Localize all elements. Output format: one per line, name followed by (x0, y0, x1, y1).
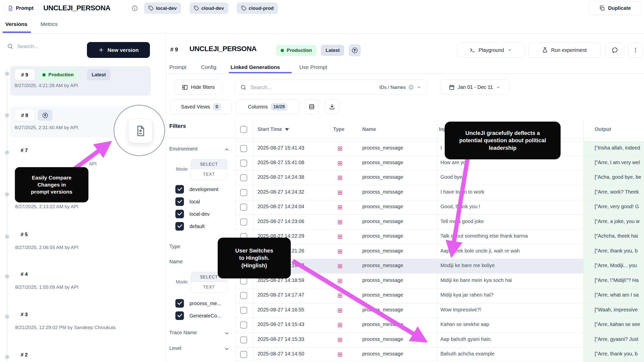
mode-label: Mode: (176, 279, 188, 285)
col-header-output[interactable]: Output (595, 126, 611, 132)
checkbox-checked[interactable] (175, 197, 184, 206)
export-button[interactable] (325, 99, 339, 114)
mode-text-option[interactable]: TEXT (191, 282, 227, 292)
table-row[interactable]: 2025-08-27 14:17:47 process_message Midi… (236, 288, 644, 303)
row-checkbox[interactable] (240, 219, 247, 226)
checkbox-checked[interactable] (175, 222, 184, 231)
version-item-4[interactable]: # 4 (21, 271, 28, 277)
generations-search[interactable]: IDs / Names (235, 80, 427, 95)
generation-type-icon (337, 337, 343, 343)
tab-versions[interactable]: Versions (5, 21, 27, 27)
env-option-default[interactable]: default (175, 222, 205, 231)
table-row[interactable]: 2025-08-27 15:41:43 process_message I ["… (236, 141, 644, 156)
duplicate-button[interactable]: Duplicate (589, 2, 641, 15)
environment-mode-toggle[interactable]: SELECT TEXT (191, 159, 227, 180)
row-checkbox[interactable] (240, 336, 247, 343)
col-header-name[interactable]: Name (362, 126, 376, 132)
new-version-button[interactable]: New version (87, 42, 150, 58)
row-checkbox[interactable] (240, 292, 247, 299)
tab-prompt[interactable]: Prompt (169, 64, 186, 70)
tab-linked-generations[interactable]: Linked Generations (231, 64, 280, 70)
table-row[interactable]: 2025-08-27 14:22:29 process_message Talk… (236, 229, 644, 244)
columns-label: Columns (248, 104, 268, 110)
col-header-start-time[interactable]: Start Time (257, 126, 289, 132)
version-item-3[interactable]: # 3 (21, 312, 28, 317)
table-row[interactable]: 2025-08-27 15:41:08 process_message How … (236, 156, 644, 171)
chevron-down-icon[interactable] (224, 346, 230, 352)
env-option-local-dev[interactable]: local-dev (175, 210, 210, 218)
checkbox-checked[interactable] (175, 311, 184, 320)
info-icon[interactable] (132, 5, 138, 12)
version-item-5[interactable]: # 5 (21, 232, 28, 237)
version-date: 8/27/2025, 4:21:28 AM by API (15, 83, 78, 88)
row-checkbox[interactable] (240, 189, 247, 196)
chevron-down-icon[interactable] (224, 330, 230, 336)
version-item-2[interactable]: # 2 (21, 352, 28, 358)
version-item-9[interactable]: # 9 Production Latest 8/27/2025, 4:21:28… (10, 66, 151, 96)
tag-cloud-dev[interactable]: cloud-dev (189, 3, 228, 14)
compare-versions-spotlight-circle (114, 105, 165, 156)
tab-metrics[interactable]: Metrics (41, 21, 58, 27)
select-all-checkbox[interactable] (240, 126, 247, 133)
date-range-button[interactable]: Jan 01 - Dec 11 (440, 80, 509, 95)
hide-filters-button[interactable]: Hide filters (174, 80, 222, 95)
version-item-7[interactable]: # 7 (21, 148, 28, 153)
table-row-highlighted[interactable]: 2025-08-27 14:19:57 process_message Modi… (236, 259, 644, 274)
row-checkbox[interactable] (240, 160, 247, 167)
comments-button[interactable] (605, 42, 624, 58)
more-options-button[interactable] (628, 42, 643, 58)
tab-use-prompt[interactable]: Use Prompt (299, 64, 327, 70)
search-scope-dropdown[interactable]: IDs / Names (379, 85, 421, 90)
table-row[interactable]: 2025-08-27 14:23:06 process_message Tell… (236, 215, 644, 230)
table-row[interactable]: 2025-08-27 14:21:26 process_message Aap … (236, 244, 644, 259)
mode-select-option[interactable]: SELECT (191, 159, 227, 169)
columns-button[interactable]: Columns 16/29 (236, 99, 299, 114)
chevron-up-icon[interactable] (224, 147, 230, 153)
table-row[interactable]: 2025-08-27 14:24:32 process_message I ha… (236, 185, 644, 200)
row-checkbox[interactable] (240, 277, 247, 284)
filter-environment-header[interactable]: Environment (169, 146, 198, 152)
version-search[interactable] (7, 43, 70, 49)
table-row[interactable]: 2025-08-27 14:18:59 process_message Midi… (236, 274, 644, 288)
saved-views-button[interactable]: Saved Views 0 (170, 99, 232, 114)
run-experiment-button[interactable]: Run experiment (528, 42, 601, 58)
table-row[interactable]: 2025-08-27 14:15:33 process_message Aap … (236, 333, 644, 347)
row-checkbox[interactable] (240, 174, 247, 181)
search-icon (240, 84, 246, 90)
row-checkbox[interactable] (240, 307, 247, 314)
deploy-status-badge[interactable] (349, 44, 361, 56)
checkbox-checked[interactable] (175, 185, 184, 194)
row-height-button[interactable] (305, 99, 319, 114)
filter-trace-name-header[interactable]: Trace Name (169, 330, 197, 336)
table-row[interactable]: 2025-08-27 14:24:38 process_message Good… (236, 170, 644, 185)
tag-local-dev[interactable]: local-dev (144, 3, 181, 14)
name-option-process-message[interactable]: process_me... (175, 299, 221, 308)
playground-button[interactable]: Playground (457, 42, 525, 58)
filter-name-header[interactable]: Name (169, 259, 183, 265)
row-checkbox[interactable] (240, 204, 247, 211)
row-checkbox[interactable] (240, 351, 247, 358)
row-checkbox[interactable] (240, 321, 247, 329)
checkbox-checked[interactable] (175, 210, 184, 218)
prompt-title: UNCLEJI_PERSONA (43, 4, 110, 12)
table-row[interactable]: 2025-08-27 14:24:04 process_message Good… (236, 200, 644, 215)
env-option-local[interactable]: local (175, 197, 200, 206)
filter-type-header[interactable]: Type (169, 244, 180, 249)
table-row[interactable]: 2025-08-27 14:15:43 process_message Kaha… (236, 318, 644, 333)
env-option-development[interactable]: development (175, 185, 218, 194)
col-header-type[interactable]: Type (333, 126, 344, 132)
name-option-generateco[interactable]: GenerateCo... (175, 311, 221, 320)
generation-type-icon (337, 322, 343, 329)
table-row[interactable]: 2025-08-27 14:14:50 process_message Bahu… (236, 347, 644, 362)
checkbox-checked[interactable] (175, 299, 184, 308)
version-search-input[interactable] (17, 43, 70, 49)
mode-text-option[interactable]: TEXT (191, 169, 227, 179)
filter-level-header[interactable]: Level (169, 345, 181, 351)
table-row[interactable]: 2025-08-27 14:16:55 process_message Wow … (236, 303, 644, 318)
tab-config[interactable]: Config (201, 64, 216, 70)
compare-versions-button[interactable] (128, 119, 152, 143)
generations-search-input[interactable] (250, 84, 375, 90)
version-date[interactable]: 8/27/2025, 2:13:22 AM by API (15, 204, 78, 209)
row-checkbox[interactable] (240, 145, 247, 152)
tag-cloud-prod[interactable]: cloud-prod (237, 3, 278, 14)
